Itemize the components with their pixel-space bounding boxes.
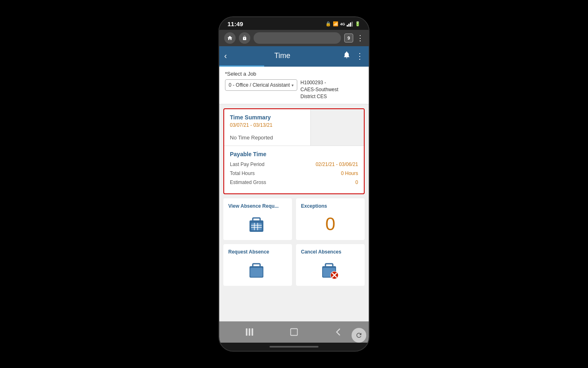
request-absence-icon xyxy=(228,260,287,281)
svg-rect-0 xyxy=(347,25,348,27)
payable-total-hours-row: Total Hours 0 Hours xyxy=(230,171,358,176)
bell-icon[interactable] xyxy=(343,51,351,61)
view-absence-icon xyxy=(228,214,287,235)
request-absence-card[interactable]: Request Absence xyxy=(223,244,292,286)
browser-lock-button[interactable] xyxy=(239,32,250,44)
estimated-gross-value: 0 xyxy=(355,180,358,185)
url-bar[interactable] xyxy=(254,32,341,44)
lock-icon: 🔒 xyxy=(325,21,331,27)
time-summary-left: Time Summary 03/07/21 - 03/13/21 No Time… xyxy=(224,109,311,146)
svg-rect-5 xyxy=(253,218,260,222)
exceptions-card[interactable]: Exceptions 0 xyxy=(296,198,365,240)
browser-more-button[interactable]: ⋮ xyxy=(356,34,364,43)
request-cancel-grid: Request Absence Cancel Absences xyxy=(223,244,365,286)
estimated-gross-label: Estimated Gross xyxy=(230,180,266,185)
select-job-section: *Select a Job 0 - Office / Clerical Assi… xyxy=(219,67,369,104)
payable-time-section: Payable Time Last Pay Period 02/21/21 - … xyxy=(224,146,364,193)
dropdown-arrow-icon: ▾ xyxy=(292,83,294,88)
nav-back-button[interactable] xyxy=(330,324,347,340)
cancel-absences-icon xyxy=(301,260,360,281)
svg-rect-23 xyxy=(252,328,253,336)
tab-count[interactable]: 9 xyxy=(344,34,353,43)
status-time: 11:49 xyxy=(227,20,243,27)
job-code-text: H1000293 -CAES-SouthwestDistrict CES xyxy=(301,80,339,99)
svg-rect-12 xyxy=(253,264,260,268)
status-icons: 🔒 📶 4G 🔋 xyxy=(325,21,361,27)
time-summary-right xyxy=(311,109,364,146)
main-content: *Select a Job 0 - Office / Clerical Assi… xyxy=(219,67,369,321)
svg-rect-15 xyxy=(325,264,333,268)
app-title: Time xyxy=(230,52,334,60)
svg-rect-22 xyxy=(249,328,250,336)
browser-bar: 9 ⋮ xyxy=(219,30,369,46)
nav-menu-button[interactable] xyxy=(241,324,258,340)
select-job-label: *Select a Job xyxy=(225,71,363,77)
wifi-icon: 📶 xyxy=(333,21,339,27)
time-summary-date: 03/07/21 - 03/13/21 xyxy=(230,122,305,128)
time-summary-card: Time Summary 03/07/21 - 03/13/21 No Time… xyxy=(223,108,365,194)
total-hours-value: 0 Hours xyxy=(341,171,358,176)
status-bar: 11:49 🔒 📶 4G 🔋 xyxy=(219,17,369,30)
time-summary-inner: Time Summary 03/07/21 - 03/13/21 No Time… xyxy=(224,109,364,146)
request-absence-title: Request Absence xyxy=(228,249,287,255)
more-icon[interactable]: ⋮ xyxy=(356,51,364,61)
exceptions-title: Exceptions xyxy=(301,203,360,209)
header-icons: ⋮ xyxy=(343,51,364,61)
svg-rect-21 xyxy=(246,328,247,336)
payable-time-title: Payable Time xyxy=(230,151,358,157)
signal-bars-icon xyxy=(347,22,353,27)
last-pay-period-value: 02/21/21 - 03/06/21 xyxy=(316,162,358,167)
cancel-absences-card[interactable]: Cancel Absences xyxy=(296,244,365,286)
svg-rect-3 xyxy=(352,22,353,27)
nav-home-button[interactable] xyxy=(286,324,302,340)
nav-bar xyxy=(219,321,369,343)
svg-rect-1 xyxy=(348,24,350,27)
browser-home-button[interactable] xyxy=(224,32,236,44)
no-time-reported: No Time Reported xyxy=(230,135,305,141)
total-hours-label: Total Hours xyxy=(230,171,255,176)
battery-icon: 🔋 xyxy=(355,21,361,27)
home-indicator xyxy=(270,346,318,348)
bottom-indicator xyxy=(219,343,369,351)
exceptions-count: 0 xyxy=(301,214,360,234)
refresh-button[interactable] xyxy=(352,328,366,343)
last-pay-period-label: Last Pay Period xyxy=(230,162,265,167)
view-absence-card[interactable]: View Absence Requ... xyxy=(223,198,292,240)
network-label: 4G xyxy=(340,22,345,26)
job-code: H1000293 -CAES-SouthwestDistrict CES xyxy=(301,79,339,100)
cancel-absences-title: Cancel Absences xyxy=(301,249,360,255)
payable-last-pay-row: Last Pay Period 02/21/21 - 03/06/21 xyxy=(230,162,358,167)
time-summary-title: Time Summary xyxy=(230,114,305,121)
absence-exceptions-grid: View Absence Requ... xyxy=(223,198,365,240)
job-selector-row: 0 - Office / Clerical Assistant ▾ H10002… xyxy=(225,79,363,100)
svg-rect-6 xyxy=(251,223,262,230)
job-dropdown-value: 0 - Office / Clerical Assistant xyxy=(229,82,290,88)
cards-container: Time Summary 03/07/21 - 03/13/21 No Time… xyxy=(219,104,369,290)
svg-rect-24 xyxy=(291,329,298,336)
svg-rect-2 xyxy=(350,22,351,27)
back-button[interactable]: ‹ xyxy=(224,51,227,61)
payable-estimated-gross-row: Estimated Gross 0 xyxy=(230,180,358,185)
app-header: ‹ Time ⋮ xyxy=(219,46,369,67)
job-dropdown[interactable]: 0 - Office / Clerical Assistant ▾ xyxy=(225,79,297,91)
svg-rect-13 xyxy=(250,268,263,277)
view-absence-title: View Absence Requ... xyxy=(228,203,287,209)
